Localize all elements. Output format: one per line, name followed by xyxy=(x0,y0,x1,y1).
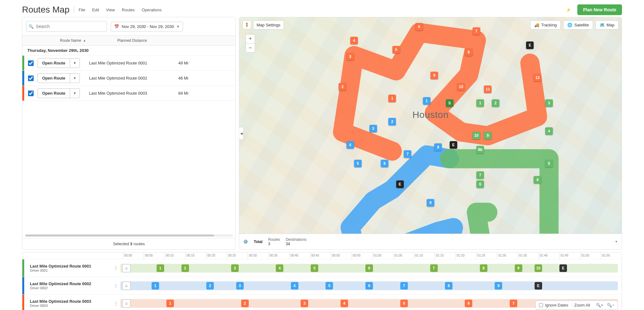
timeline-track[interactable]: ⌂12345678910E xyxy=(120,264,618,273)
map-marker[interactable]: 4 xyxy=(545,127,553,135)
route-checkbox[interactable] xyxy=(28,91,34,96)
timeline-stop[interactable]: 6 xyxy=(365,264,373,272)
pegman-icon[interactable]: 🧍 xyxy=(242,20,251,29)
timeline-stop[interactable]: 4 xyxy=(291,282,298,290)
timeline-stop[interactable]: 4 xyxy=(341,300,348,307)
menu-view[interactable]: View xyxy=(106,8,115,12)
collapse-panel-button[interactable]: ◀ xyxy=(239,127,244,140)
map-marker[interactable]: 1 xyxy=(388,95,396,102)
map-marker[interactable]: 1 xyxy=(423,97,430,105)
map-marker[interactable]: 4 xyxy=(350,37,358,44)
map-marker[interactable]: 8b xyxy=(476,146,484,153)
col-planned-distance[interactable]: Planned Distance xyxy=(117,36,236,45)
open-route-button[interactable]: Open Route xyxy=(38,58,70,68)
home-icon[interactable]: ⌂ xyxy=(122,299,130,307)
map-marker[interactable]: 7 xyxy=(473,27,480,35)
timeline-more-button[interactable]: ⋮ xyxy=(111,301,120,306)
timeline-stop[interactable]: 5 xyxy=(325,282,333,290)
map-marker[interactable]: 9 xyxy=(430,72,438,79)
map-marker[interactable]: 2 xyxy=(388,118,396,125)
home-icon[interactable]: ⌂ xyxy=(122,264,130,272)
timeline-stop[interactable]: 8 xyxy=(480,264,487,272)
bolt-icon[interactable]: ⚡ xyxy=(564,5,573,14)
map-marker[interactable]: S xyxy=(446,99,453,107)
map-marker[interactable]: E xyxy=(450,141,457,149)
zoom-in-button[interactable]: + xyxy=(246,35,255,43)
horizontal-scrollbar[interactable] xyxy=(25,234,233,237)
map-marker[interactable]: E xyxy=(396,180,404,188)
plan-new-route-button[interactable]: Plan New Route xyxy=(577,4,622,15)
map-marker[interactable]: 8 xyxy=(534,176,541,184)
timeline-stop[interactable]: 7 xyxy=(400,282,408,290)
map-marker[interactable]: 11 xyxy=(484,86,491,93)
map-marker[interactable]: 8 xyxy=(434,143,442,151)
timeline-stop[interactable]: 3 xyxy=(236,282,244,290)
timeline-stop[interactable]: 9 xyxy=(515,264,522,272)
timeline-track[interactable]: ⌂123456789E xyxy=(120,281,618,290)
timeline-stop[interactable]: 8 xyxy=(445,282,452,290)
timeline-more-button[interactable]: ⋮ xyxy=(111,266,120,270)
search-input[interactable] xyxy=(26,21,107,32)
map-type-button[interactable]: 🗺️Map xyxy=(596,20,619,30)
timeline-stop[interactable]: 3 xyxy=(231,264,239,272)
map-marker[interactable]: 6 xyxy=(381,160,388,167)
timeline-stop[interactable]: 3 xyxy=(301,300,308,307)
map-marker[interactable]: 3 xyxy=(545,99,553,107)
open-route-dropdown[interactable]: ▼ xyxy=(70,58,80,68)
map-marker[interactable]: 5 xyxy=(392,46,400,53)
map-marker[interactable]: 10 xyxy=(473,132,480,139)
map-marker[interactable]: 9 xyxy=(427,199,434,207)
timeline-stop[interactable]: 9 xyxy=(495,282,502,290)
timeline-stop[interactable]: 2 xyxy=(241,300,249,307)
timeline-stop[interactable]: 6 xyxy=(365,282,373,290)
map-marker[interactable]: 9 xyxy=(484,132,491,139)
zoom-out-icon[interactable]: 🔍− xyxy=(607,303,614,307)
satellite-button[interactable]: 🌐Satellite xyxy=(563,20,593,30)
map-marker[interactable]: 8 xyxy=(465,48,473,56)
menu-file[interactable]: File xyxy=(79,8,85,12)
timeline-stop[interactable]: 1 xyxy=(152,282,159,290)
timeline-stop[interactable]: 2 xyxy=(206,282,214,290)
timeline-stop[interactable]: 5 xyxy=(311,264,318,272)
timeline-stop[interactable]: E xyxy=(559,264,567,272)
map-marker[interactable]: 6 xyxy=(415,23,423,30)
menu-edit[interactable]: Edit xyxy=(92,8,99,12)
map-marker[interactable]: 5 xyxy=(354,160,362,167)
col-route-name[interactable]: Route Name xyxy=(60,38,81,43)
sort-asc-icon[interactable]: ▲ xyxy=(83,39,86,42)
zoom-out-button[interactable]: − xyxy=(246,43,255,52)
timeline-stop[interactable]: 10 xyxy=(535,264,542,272)
map-view[interactable]: Houston 12345678910111212345678912345678… xyxy=(239,17,622,250)
timeline-stop[interactable]: 2 xyxy=(181,264,189,272)
map-marker[interactable]: 5 xyxy=(545,160,553,167)
map-marker[interactable]: 3 xyxy=(347,53,354,60)
map-marker[interactable]: 6 xyxy=(476,180,484,188)
map-marker[interactable]: 2 xyxy=(492,99,499,107)
timeline-stop[interactable]: 5 xyxy=(400,300,408,307)
route-checkbox[interactable] xyxy=(28,60,34,66)
zoom-in-icon[interactable]: 🔍+ xyxy=(596,303,603,307)
route-checkbox[interactable] xyxy=(28,75,34,81)
timeline-stop[interactable]: 6 xyxy=(465,300,472,307)
zoom-all-button[interactable]: Zoom All xyxy=(572,303,592,307)
map-marker[interactable]: 7 xyxy=(404,150,411,158)
open-route-button[interactable]: Open Route xyxy=(38,89,70,98)
open-route-dropdown[interactable]: ▼ xyxy=(70,74,80,83)
home-icon[interactable]: ⌂ xyxy=(122,282,130,290)
map-marker[interactable]: 1 xyxy=(476,99,484,107)
chevron-down-icon[interactable]: ▼ xyxy=(615,240,618,243)
map-marker[interactable]: E xyxy=(526,42,534,49)
open-route-button[interactable]: Open Route xyxy=(38,74,70,83)
map-marker[interactable]: 10 xyxy=(457,83,465,91)
open-route-dropdown[interactable]: ▼ xyxy=(70,89,80,98)
timeline-stop[interactable]: 7 xyxy=(510,300,517,307)
map-marker[interactable]: 12 xyxy=(534,74,541,81)
map-marker[interactable]: 4 xyxy=(347,141,354,149)
menu-routes[interactable]: Routes xyxy=(122,8,135,12)
map-marker[interactable]: 7 xyxy=(476,171,484,179)
ignore-dates-checkbox[interactable]: Ignore Dates xyxy=(539,303,568,307)
gear-icon[interactable]: ⚙️ xyxy=(243,239,248,244)
menu-operations[interactable]: Operations xyxy=(142,8,162,12)
map-settings-button[interactable]: Map Settings xyxy=(253,20,284,30)
date-range-picker[interactable]: 📅 Nov 29, 2030 - Nov 29, 2030 ▼ xyxy=(111,22,183,31)
